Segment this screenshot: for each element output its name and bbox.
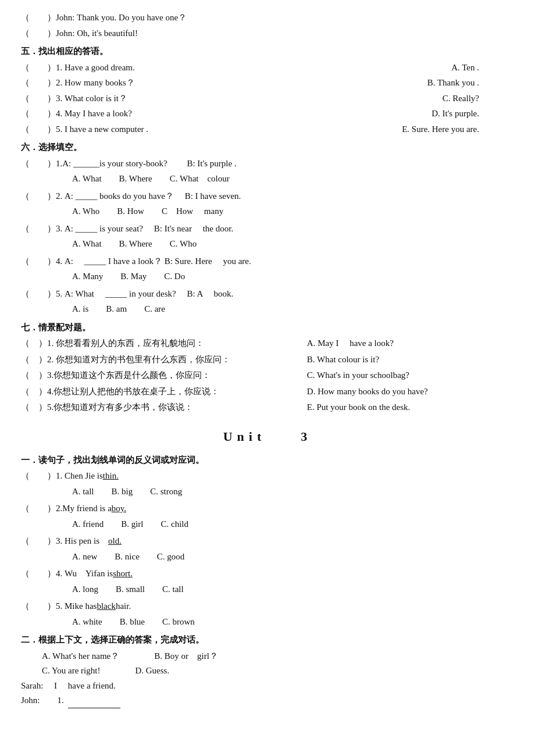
section6-item-5: （ ）5. A: What _____ in your desk? B: A b… — [21, 287, 514, 302]
unit3-s1-choice-5-1: A. white — [72, 615, 102, 630]
section6-title: 六．选择填空。 — [21, 140, 514, 155]
section7-item-3: （ ）3.你想知道这个东西是什么颜色，你应问：C. What's in your… — [21, 368, 514, 383]
unit3-s1-item-5: （ ）5. Mike has black hair. — [21, 599, 514, 614]
section5-item-stem-3: （ ）3. What color is it？ — [21, 91, 127, 106]
unit3-s1-choice-4-1: A. long — [72, 582, 98, 597]
unit3-s1-choice-5-3: C. brown — [162, 615, 195, 630]
unit3-s1-choices-2: A. friendB. girlC. child — [72, 517, 514, 532]
unit3-s2-dialog-line-2: John: 1. — [21, 693, 514, 708]
unit3-s2-dialog-line-1: Sarah: I have a friend. — [21, 679, 514, 694]
section7-right-1: A. May I have a look? — [307, 336, 514, 351]
section5-item-answer-5: E. Sure. Here you are. — [402, 122, 479, 137]
unit3-s1-choice-3-2: B. nice — [115, 550, 140, 565]
unit3-s1-choice-3-3: C. good — [157, 550, 185, 565]
section6-items: （ ）1.A: ______is your story-book? B: It'… — [21, 156, 514, 317]
unit3-header: Unit 3 — [21, 426, 514, 447]
section7-item-4: （ ）4.你想让别人把他的书放在桌子上，你应说：D. How many book… — [21, 384, 514, 400]
section6-item-2: （ ）2. A: _____ books do you have？ B: I h… — [21, 189, 514, 204]
section7-left-4: （ ）4.你想让别人把他的书放在桌子上，你应说： — [21, 384, 307, 400]
section6-choice-3-3: C. Who — [170, 237, 197, 252]
section6-choice-2-2: B. How — [117, 204, 144, 219]
section5-items: （ ）1. Have a good dream.A. Ten .（ ）2. Ho… — [21, 60, 514, 137]
section5-title: 五．找出相应的答语。 — [21, 44, 514, 59]
section7-items: （ ）1. 你想看看别人的东西，应有礼貌地问：A. May I have a l… — [21, 336, 514, 415]
unit3-s2-opt-1-1: A. What's her name？ — [42, 649, 119, 664]
section7-right-3: C. What's in your schoolbag? — [307, 368, 514, 383]
unit3-s2-opt-row-1: A. What's her name？B. Boy or girl？ — [42, 649, 514, 664]
section5-item-3: （ ）3. What color is it？C. Really? — [21, 91, 479, 106]
section6-choice-5-1: A. is — [72, 302, 88, 317]
section6-item-1: （ ）1.A: ______is your story-book? B: It'… — [21, 156, 514, 172]
section6-item-4: （ ）4. A: _____ I have a look？ B: Sure. H… — [21, 254, 514, 269]
section6-item-3: （ ）3. A: _____ is your seat? B: It's nea… — [21, 222, 514, 237]
unit3-s1-choice-5-2: B. blue — [120, 615, 145, 630]
unit3-section1-title: 一．读句子，找出划线单词的反义词或对应词。 — [21, 453, 514, 468]
section5-item-stem-2: （ ）2. How many books？ — [21, 76, 135, 91]
section5-item-stem-1: （ ）1. Have a good dream. — [21, 60, 135, 76]
unit3-s1-choice-1-2: B. big — [112, 484, 133, 500]
unit3-section2-title: 二．根据上下文，选择正确的答案，完成对话。 — [21, 633, 514, 648]
section5-item-answer-3: C. Really? — [443, 91, 479, 106]
section7-left-5: （ ）5.你想知道对方有多少本书，你该说： — [21, 400, 307, 415]
unit3-s1-choices-4: A. longB. smallC. tall — [72, 582, 514, 597]
top-line-2: （ ）John: Oh, it's beautiful! — [21, 26, 514, 41]
unit3-s1-choice-4-3: C. tall — [162, 582, 184, 597]
unit3-s1-choices-3: A. newB. niceC. good — [72, 550, 514, 565]
top-line-1: （ ）John: Thank you. Do you have one？ — [21, 10, 514, 26]
section6-choice-4-2: B. May — [120, 269, 147, 284]
unit3-s2-opt-2-2: D. Guess. — [135, 664, 169, 679]
section5-item-answer-4: D. It's purple. — [431, 106, 479, 122]
unit3-s2-opt-1-2: B. Boy or girl？ — [154, 649, 218, 664]
section6-choices-1: A. WhatB. WhereC. What colour — [72, 172, 514, 187]
section5-item-4: （ ）4. May I have a look?D. It's purple. — [21, 106, 479, 122]
section7-left-2: （ ）2. 你想知道对方的书包里有什么东西，你应问： — [21, 352, 307, 368]
unit3-s2-blank-1[interactable] — [68, 699, 120, 708]
section5-item-stem-4: （ ）4. May I have a look? — [21, 106, 132, 122]
section6-choice-3-2: B. Where — [119, 237, 152, 252]
section6-choices-5: A. isB. amC. are — [72, 302, 514, 317]
unit3-s1-choice-2-1: A. friend — [72, 517, 104, 532]
unit3-s1-choice-1-1: A. tall — [72, 484, 94, 500]
section6-choice-1-3: C. What colour — [170, 172, 230, 187]
section7-item-1: （ ）1. 你想看看别人的东西，应有礼貌地问：A. May I have a l… — [21, 336, 514, 351]
section6-choice-2-1: A. Who — [72, 204, 99, 219]
section7-left-3: （ ）3.你想知道这个东西是什么颜色，你应问： — [21, 368, 307, 383]
unit3-section2-dialog: Sarah: I have a friend.John: 1. — [21, 679, 514, 708]
section5-item-1: （ ）1. Have a good dream.A. Ten . — [21, 60, 479, 76]
unit3-s1-item-3: （ ）3. His pen is old. — [21, 534, 514, 549]
section5-item-5: （ ）5. I have a new computer .E. Sure. He… — [21, 122, 479, 137]
section6-choice-5-3: C. are — [144, 302, 165, 317]
unit3-s1-item-4: （ ）4. Wu Yifan is short. — [21, 566, 514, 582]
section7-item-5: （ ）5.你想知道对方有多少本书，你该说：E. Put your book on… — [21, 400, 514, 415]
unit3-s1-choice-2-2: B. girl — [121, 517, 143, 532]
section6-choices-3: A. WhatB. WhereC. Who — [72, 237, 514, 252]
unit3-s2-opt-row-2: C. You are right!D. Guess. — [42, 664, 514, 679]
section7-left-1: （ ）1. 你想看看别人的东西，应有礼貌地问： — [21, 336, 307, 351]
section5-item-2: （ ）2. How many books？B. Thank you . — [21, 76, 479, 91]
section7-right-5: E. Put your book on the desk. — [307, 400, 514, 415]
section5-item-answer-2: B. Thank you . — [427, 76, 479, 91]
section6-choice-1-2: B. Where — [119, 172, 152, 187]
unit3-s1-choices-1: A. tallB. bigC. strong — [72, 484, 514, 500]
section6-choice-4-3: C. Do — [164, 269, 185, 284]
unit3-s1-choice-1-3: C. strong — [150, 484, 182, 500]
section6-choice-5-2: B. am — [106, 302, 127, 317]
unit3-s1-choice-3-1: A. new — [72, 550, 97, 565]
section6-choice-4-1: A. Many — [72, 269, 103, 284]
unit3-s1-choice-2-3: C. child — [161, 517, 189, 532]
section5-item-answer-1: A. Ten . — [451, 60, 479, 76]
section7-right-4: D. How many books do you have? — [307, 384, 514, 400]
section7-right-2: B. What colour is it? — [307, 352, 514, 368]
unit3-section2-options: A. What's her name？B. Boy or girl？C. You… — [21, 649, 514, 679]
section7-title: 七．情景配对题。 — [21, 320, 514, 336]
unit3-s1-choices-5: A. whiteB. blueC. brown — [72, 615, 514, 630]
section5-item-stem-5: （ ）5. I have a new computer . — [21, 122, 148, 137]
unit3-s1-item-2: （ ）2.My friend is a boy. — [21, 501, 514, 516]
unit3-s2-opt-2-1: C. You are right! — [42, 664, 100, 679]
section6-choice-3-1: A. What — [72, 237, 102, 252]
unit3-section1-items: （ ）1. Chen Jie is thin.A. tallB. bigC. s… — [21, 469, 514, 629]
unit3-s1-choice-4-2: B. small — [116, 582, 145, 597]
section7-item-2: （ ）2. 你想知道对方的书包里有什么东西，你应问：B. What colour… — [21, 352, 514, 368]
unit3-s1-item-1: （ ）1. Chen Jie is thin. — [21, 469, 514, 484]
section6-choice-2-3: C How many — [162, 204, 223, 219]
